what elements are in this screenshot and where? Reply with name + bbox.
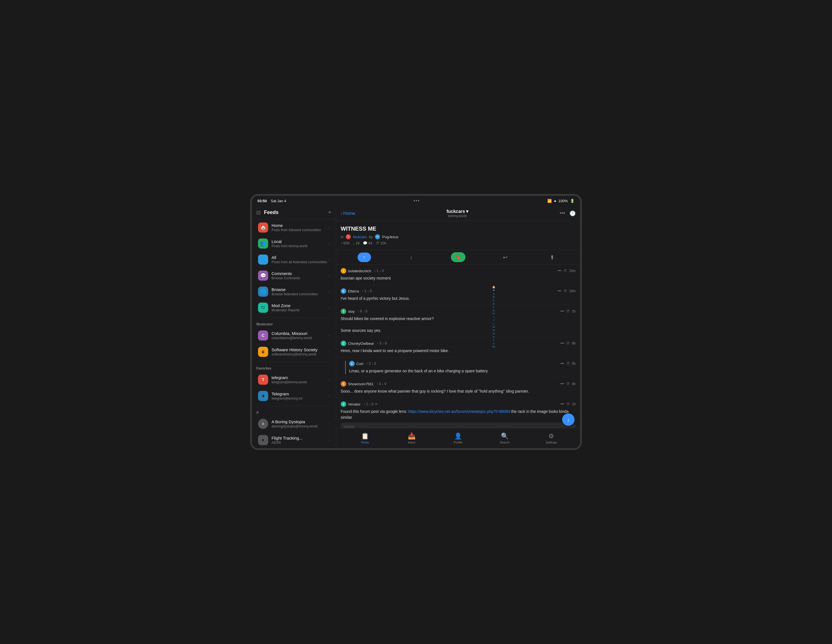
downvote-count: 18 <box>355 241 360 245</box>
sidebar-item-browse[interactable]: 🌐 Browse Browse federated communities › <box>254 284 334 300</box>
device-frame: 03:50 Sat Jan 4 ••• 📶 ● 100% 🔋 ⊡ Feeds + <box>250 194 582 450</box>
sidebar-collapse-icon[interactable]: ⊡ <box>256 210 261 216</box>
upvote-button[interactable]: ↑ <box>341 253 387 262</box>
save-btn-inner[interactable]: 🔖 <box>451 252 466 262</box>
home-chevron: › <box>329 226 330 229</box>
scroll-down-button[interactable]: ↓ <box>562 413 574 426</box>
comment-item: C Cort ↑ 3 ↓ 0 ••• ⏱ 5h Lmao, <box>336 357 580 378</box>
tab-inbox[interactable]: 📥 Inbox <box>403 433 420 444</box>
sidebar-item-telegram-t[interactable]: T telegram telegram@lemmy.world › <box>254 372 334 388</box>
community-dropdown-icon[interactable]: ▾ <box>466 209 468 214</box>
sidebar-item-home[interactable]: 🏠 Home Posts from followed communities › <box>254 219 334 235</box>
comment-time-icon: ⏱ <box>566 382 570 386</box>
detail-header-right: ••• 🕐 <box>560 210 576 216</box>
battery-label: 100% <box>558 199 568 203</box>
comment-time-icon: ⏱ <box>566 341 570 345</box>
comment-username[interactable]: isolatedscotch <box>348 269 371 273</box>
tab-profile[interactable]: 👤 Profile <box>450 433 467 444</box>
sidebar-item-comments[interactable]: 💬 Comments Browse Comments › <box>254 268 334 284</box>
telegram-t-icon: T <box>258 375 268 385</box>
comment-votes: ↑ 1 ↓ 0 <box>362 289 371 293</box>
share-button[interactable]: ⬆ <box>529 254 576 261</box>
post-author[interactable]: PugJesus <box>382 235 398 239</box>
comment-more-icon[interactable]: ••• <box>560 309 564 313</box>
upvote-stat: ↑ 659 <box>341 241 349 245</box>
detail-header-center: fuckcars ▾ lemmy.world <box>446 209 469 218</box>
telegram-t-subtitle: telegram@lemmy.world <box>272 380 329 384</box>
comment-link[interactable]: https://www.bicycles.net.au/forums/viewt… <box>408 409 510 414</box>
sidebar-item-flight-tracking[interactable]: ✈ Flight Tracking... ADSR › <box>254 432 334 448</box>
post-community[interactable]: fuckcars <box>353 235 366 239</box>
comment-votes: ↑ 6 ↓ 0 <box>358 309 367 313</box>
comment-more-icon[interactable]: ••• <box>560 362 564 365</box>
comment-username[interactable]: Cort <box>357 362 363 366</box>
comment-user: S Showroom7561 ↑ 3 ↓ 0 <box>341 381 386 387</box>
upvote-btn-inner[interactable]: ↑ <box>358 253 371 262</box>
software-history-icon: 🖥 <box>258 347 268 357</box>
comment-votes: ↑ 3 ↓ 0 <box>377 341 387 345</box>
link-preview[interactable]: 🚲 www.bicycles.net.au/forums/viewtopic.p… <box>341 423 576 428</box>
sidebar-item-boring-dystopia[interactable]: A A Boring Dystopia aboringdystopia@lemm… <box>254 416 334 432</box>
comment-username[interactable]: ChonkyOwlbear <box>348 341 374 346</box>
columbia-label: Columbia, Missouri <box>272 331 329 336</box>
comment-time-icon: ⏱ <box>566 402 570 406</box>
comment-more-icon[interactable]: ••• <box>560 341 564 345</box>
comment-more-icon[interactable]: ••• <box>558 269 561 273</box>
sidebar-item-telegram-b[interactable]: ✈ Telegram telegram@lemmy.ml › <box>254 388 334 404</box>
comment-username[interactable]: Venator <box>348 402 361 406</box>
status-time: 03:50 <box>258 199 267 203</box>
columbia-subtitle: columbiamo@lemmy.world <box>272 336 329 340</box>
comment-user: C ChonkyOwlbear ↑ 3 ↓ 0 <box>341 341 387 346</box>
comment-time-icon: ⏱ <box>566 362 570 365</box>
comment-username[interactable]: stoy <box>348 309 355 314</box>
modzone-label: Mod Zone <box>272 303 329 308</box>
comments-chevron: › <box>329 274 330 277</box>
flight-tracking-chevron: › <box>329 438 330 442</box>
downvote-arrow: ↓ <box>353 241 355 245</box>
comment-body: Lmao, or a propane generator on the back… <box>349 368 576 374</box>
comment-more-icon[interactable]: ••• <box>558 289 561 293</box>
more-options-button[interactable]: ••• <box>560 210 565 216</box>
sidebar-item-local[interactable]: 👥 Local Posts from lemmy.world › <box>254 235 334 252</box>
comment-username[interactable]: Etterra <box>348 289 359 293</box>
comment-username[interactable]: Showroom7561 <box>348 382 374 386</box>
sidebar-item-columbia[interactable]: C Columbia, Missouri columbiamo@lemmy.wo… <box>254 328 334 343</box>
app-body: ⊡ Feeds + 🏠 Home Posts from followed com… <box>252 206 580 448</box>
comment-more-icon[interactable]: ••• <box>560 382 564 386</box>
sidebar-item-software-history[interactable]: 🖥 Software History Society softwarehisto… <box>254 344 334 360</box>
status-center-dots: ••• <box>413 198 420 203</box>
upvote-count: 659 <box>344 241 350 245</box>
nested-comment: C Cort ↑ 3 ↓ 0 ••• ⏱ 5h Lmao, <box>345 361 576 374</box>
tab-posts[interactable]: 📋 Posts <box>357 433 374 444</box>
comment-header: i isolatedscotch ↑ 1 ↓ 0 ••• ⏱ 15m <box>341 268 576 274</box>
save-button[interactable]: 🔖 <box>435 252 482 262</box>
comment-body: Sooo... does anyone know what pannier th… <box>341 388 576 394</box>
detail-header-left: ‹ Home <box>341 211 355 216</box>
comment-right: ••• ⏱ 8h <box>560 341 576 345</box>
downvote-button[interactable]: ↓ <box>387 254 435 260</box>
boring-dystopia-icon: A <box>258 419 268 429</box>
community-name[interactable]: fuckcars ▾ <box>446 209 469 214</box>
divider-alpha <box>256 406 331 406</box>
alpha-section-label: A <box>252 408 336 416</box>
tab-settings[interactable]: ⚙ Settings <box>543 433 560 444</box>
sidebar-item-all[interactable]: 🌐 All Posts from all federated communiti… <box>254 252 334 268</box>
tab-search[interactable]: 🔍 Search <box>496 433 513 444</box>
comment-more-icon[interactable]: ••• <box>560 402 564 406</box>
clock-icon[interactable]: 🕐 <box>570 210 576 216</box>
software-history-label: Software History Society <box>272 347 329 352</box>
comment-item: E Etterra ↑ 1 ↓ 0 ••• ⏱ 18m I've heard o… <box>336 285 580 305</box>
comment-votes: ↑ 1 ↓ 0 <box>374 269 384 273</box>
local-chevron: › <box>329 242 330 245</box>
comment-count: 44 <box>368 241 372 245</box>
sidebar-add-button[interactable]: + <box>328 209 331 216</box>
profile-tab-icon: 👤 <box>454 433 462 440</box>
post-area[interactable]: WITNESS ME in f fuckcars by P PugJesus ↑… <box>336 221 580 428</box>
comments-subtitle: Browse Comments <box>272 276 329 280</box>
back-button[interactable]: ‹ Home <box>341 211 355 216</box>
sidebar-item-modzone[interactable]: 🛡 Mod Zone Moderator Reports › <box>254 300 334 316</box>
comment-time: 15m <box>569 269 576 273</box>
reply-button[interactable]: ↩ <box>482 254 529 261</box>
comment-votes: ↑ 3 ↓ 0 <box>366 362 376 365</box>
comment-time-icon: ⏱ <box>563 269 567 273</box>
